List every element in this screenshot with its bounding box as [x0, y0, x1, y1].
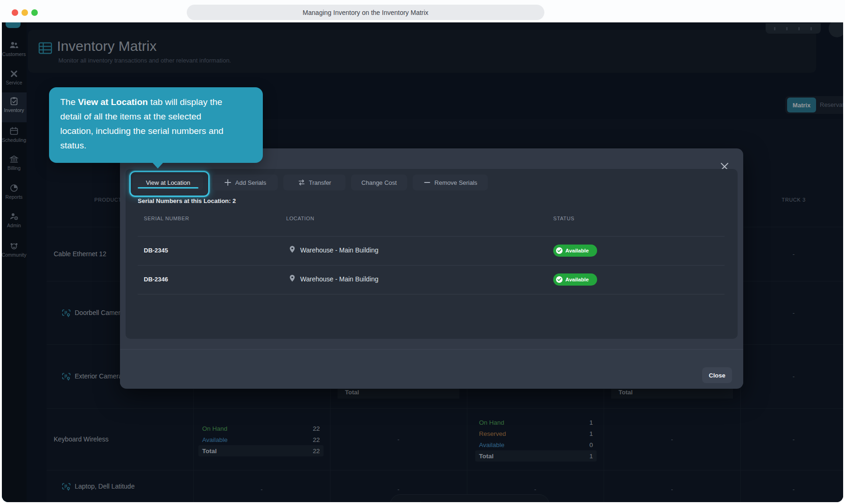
tab-view-at-location[interactable]: View at Location: [133, 175, 203, 190]
status-badge: Available: [553, 273, 597, 286]
location-name: Warehouse - Main Building: [300, 246, 379, 254]
tab-transfer[interactable]: Transfer: [283, 175, 345, 190]
location-pin-icon: [289, 274, 296, 284]
tooltip-text: The View at Location tab will display th…: [60, 95, 253, 153]
location-name: Warehouse - Main Building: [300, 275, 379, 283]
serial-number: DB-2345: [144, 247, 168, 254]
serial-number: DB-2346: [144, 276, 168, 283]
window-titlebar: Managing Inventory on the Inventory Matr…: [0, 0, 845, 22]
modal-column-serial-number: SERIAL NUMBER: [144, 216, 189, 221]
tab-add-serials[interactable]: Add Serials: [212, 175, 278, 190]
modal-footer: Close: [120, 349, 743, 389]
divider: [138, 294, 725, 294]
tab-change-cost[interactable]: Change Cost: [351, 175, 407, 190]
tooltip-arrow: [152, 162, 163, 168]
traffic-light-zoom-icon[interactable]: [31, 9, 38, 16]
tab-remove-serials[interactable]: Remove Serials: [413, 175, 488, 190]
modal-content-panel: [126, 169, 738, 339]
divider: [138, 236, 725, 237]
window-title: Managing Inventory on the Inventory Matr…: [187, 5, 544, 20]
check-circle-icon: [556, 247, 563, 254]
traffic-light-minimize-icon[interactable]: [21, 9, 28, 16]
check-circle-icon: [556, 276, 563, 283]
close-button[interactable]: Close: [702, 367, 732, 383]
modal-column-status: STATUS: [553, 216, 574, 221]
app-window: PRODUCT TRUCK 3 ✦ Cable Ethernet 12 - Do…: [2, 22, 843, 502]
divider: [138, 265, 725, 266]
transfer-arrows-icon: [298, 179, 305, 186]
traffic-light-close-icon[interactable]: [12, 9, 18, 16]
status-badge: Available: [553, 245, 597, 257]
plus-icon: [224, 179, 232, 186]
location-pin-icon: [289, 245, 296, 255]
minus-icon: [423, 179, 431, 186]
tutorial-tooltip: The View at Location tab will display th…: [49, 87, 263, 163]
serial-count-label: Serial Numbers at this Location: 2: [138, 197, 236, 204]
modal-column-location: LOCATION: [286, 216, 314, 221]
serial-numbers-modal: View at Location Add Serials Transfer Ch…: [120, 148, 743, 388]
